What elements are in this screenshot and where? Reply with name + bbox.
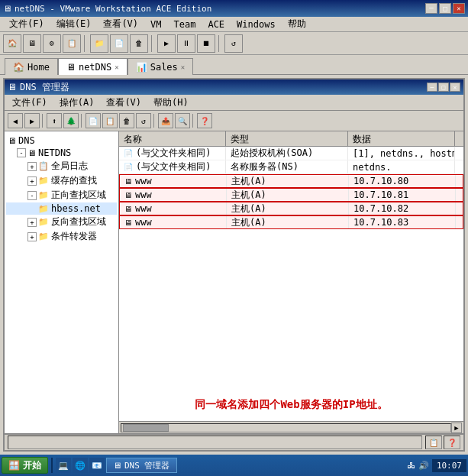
- minimize-button[interactable]: ─: [425, 3, 437, 14]
- inner-menu-view[interactable]: 查看(V): [100, 95, 147, 111]
- horizontal-scrollbar[interactable]: ▶: [119, 421, 463, 433]
- tree-reverse-zone[interactable]: + 📁 反向查找区域: [6, 215, 117, 229]
- tab-sales[interactable]: 📊 Sales ✕: [127, 58, 194, 75]
- tabs-bar: 🏠 Home 🖥 netDNS ✕ 📊 Sales ✕: [0, 55, 468, 75]
- inner-btn-delete[interactable]: 🗑: [119, 113, 134, 128]
- menu-ace[interactable]: ACE: [202, 18, 231, 31]
- cell-data-1: netdns.: [348, 160, 455, 173]
- tree-panel: 🖥 DNS - 🖥 NETDNS + 📋 全局日志 +: [5, 131, 119, 433]
- toolbar-btn-8[interactable]: ▶: [157, 34, 176, 53]
- toolbar-btn-11[interactable]: ↺: [224, 34, 243, 53]
- menu-help[interactable]: 帮助: [282, 16, 312, 32]
- toolbar-btn-1[interactable]: 🏠: [3, 34, 21, 53]
- toolbar-btn-6[interactable]: 📄: [110, 34, 128, 53]
- toolbar-btn-10[interactable]: ⏹: [197, 34, 215, 53]
- inner-status-bar: 📋 ❓: [5, 433, 463, 450]
- tree-hbess[interactable]: 📁 hbess.net: [6, 202, 117, 215]
- inner-sep-2: [81, 114, 83, 128]
- list-item[interactable]: 📄 (与父文件夹相同) 起始授权机构(SOA) [1], netdns., ho…: [119, 147, 463, 160]
- inner-btn-new[interactable]: 📄: [86, 113, 101, 128]
- menu-edit[interactable]: 编辑(E): [50, 16, 98, 32]
- tree-reversezone-expand[interactable]: +: [27, 218, 37, 227]
- inner-toolbar: ◀ ▶ ⬆ 🌲 📄 📋 🗑 ↺ 📤 🔍 ❓: [5, 110, 463, 131]
- tabs-content: 🖥 DNS 管理器 ─ □ ✕ 文件(F) 操作(A) 查看(V) 帮助(H) …: [0, 75, 468, 455]
- tree-dns-label: DNS: [18, 135, 35, 146]
- tree-conditional-icon: 📁: [38, 232, 49, 241]
- sales-icon: 📊: [136, 62, 147, 73]
- tree-global-log[interactable]: + 📋 全局日志: [6, 159, 117, 173]
- tree-forwardzone-expand[interactable]: -: [27, 191, 37, 200]
- col-header-name[interactable]: 名称: [119, 131, 226, 147]
- inner-btn-export[interactable]: 📤: [158, 113, 173, 128]
- scroll-right[interactable]: ▶: [451, 423, 462, 433]
- tab-sales-close[interactable]: ✕: [181, 63, 185, 71]
- inner-btn-up[interactable]: ⬆: [47, 113, 62, 128]
- inner-btn-properties[interactable]: 📋: [102, 113, 118, 128]
- menu-windows[interactable]: Windows: [231, 18, 282, 31]
- toolbar-btn-2[interactable]: 🖥: [23, 34, 41, 53]
- inner-btn-filter[interactable]: 🔍: [175, 113, 190, 128]
- list-item[interactable]: 📄 (与父文件夹相同) 名称服务器(NS) netdns.: [119, 160, 463, 174]
- list-item[interactable]: 🖥 www 主机(A) 10.7.10.83: [119, 215, 463, 229]
- tab-home-label: Home: [27, 62, 50, 73]
- tree-conditional-expand[interactable]: +: [27, 232, 37, 241]
- cell-name-3: 🖥 www: [120, 189, 227, 201]
- taskbar-dns-icon: 🖥: [113, 461, 121, 471]
- tree-conditional[interactable]: + 📁 条件转发器: [6, 229, 117, 244]
- tree-cache[interactable]: + 📁 缓存的查找: [6, 173, 117, 188]
- toolbar-btn-5[interactable]: 📁: [90, 34, 108, 53]
- tree-globallog-expand[interactable]: +: [27, 162, 37, 171]
- tab-netdns[interactable]: 🖥 netDNS ✕: [58, 58, 127, 75]
- inner-close[interactable]: ✕: [450, 83, 460, 92]
- status-icon-1: 📋: [425, 436, 442, 449]
- inner-title-bar: 🖥 DNS 管理器 ─ □ ✕: [5, 79, 463, 95]
- inner-menu-file[interactable]: 文件(F): [6, 95, 53, 111]
- tab-netdns-close[interactable]: ✕: [115, 63, 118, 71]
- inner-maximize[interactable]: □: [438, 83, 449, 92]
- tree-dns-root[interactable]: 🖥 DNS: [6, 134, 117, 147]
- tree-cache-expand[interactable]: +: [27, 176, 37, 186]
- taskbar-sep: [51, 458, 53, 473]
- inner-menu-help[interactable]: 帮助(H): [147, 95, 195, 111]
- menu-file[interactable]: 文件(F): [3, 16, 50, 32]
- quicklaunch-3[interactable]: 📧: [89, 458, 105, 473]
- quicklaunch-1[interactable]: 💻: [56, 458, 71, 473]
- inner-btn-help[interactable]: ❓: [197, 113, 212, 128]
- toolbar-btn-3[interactable]: ⚙: [43, 34, 61, 53]
- row1-icon: 📄: [124, 163, 133, 171]
- toolbar-btn-4[interactable]: 📋: [63, 34, 81, 53]
- tree-netdns[interactable]: - 🖥 NETDNS: [6, 147, 117, 159]
- tree-netdns-expand[interactable]: -: [17, 148, 26, 157]
- inner-btn-show-tree[interactable]: 🌲: [63, 113, 79, 128]
- list-item[interactable]: 🖥 www 主机(A) 10.7.10.80: [119, 174, 463, 188]
- list-item[interactable]: 🖥 www 主机(A) 10.7.10.82: [119, 202, 463, 215]
- list-item[interactable]: 🖥 www 主机(A) 10.7.10.81: [119, 188, 463, 202]
- taskbar-right: 🖧 🔊 10:07: [407, 459, 466, 472]
- tree-forward-zone[interactable]: - 📁 正向查找区域: [6, 188, 117, 202]
- inner-status-icons: 📋 ❓: [425, 436, 460, 449]
- toolbar-btn-7[interactable]: 🗑: [130, 34, 148, 53]
- toolbar-btn-9[interactable]: ⏸: [177, 34, 195, 53]
- inner-btn-refresh[interactable]: ↺: [136, 113, 151, 128]
- menu-view[interactable]: 查看(V): [97, 16, 144, 32]
- cell-name-2: 🖥 www: [120, 175, 227, 187]
- taskbar-dns-item[interactable]: 🖥 DNS 管理器: [106, 458, 177, 473]
- inner-btn-back[interactable]: ◀: [8, 113, 23, 128]
- cell-type-1: 名称服务器(NS): [226, 160, 348, 173]
- inner-minimize[interactable]: ─: [427, 83, 437, 92]
- close-button[interactable]: ✕: [453, 3, 465, 14]
- col-header-type[interactable]: 类型: [226, 131, 348, 147]
- toolbar-sep-3: [218, 35, 221, 52]
- start-button[interactable]: 🪟 开始: [2, 457, 48, 474]
- menu-team[interactable]: Team: [168, 18, 202, 31]
- col-header-data[interactable]: 数据: [348, 131, 455, 147]
- tab-home[interactable]: 🏠 Home: [5, 58, 58, 75]
- maximize-button[interactable]: □: [439, 3, 451, 14]
- inner-menu-action[interactable]: 操作(A): [53, 95, 101, 111]
- cell-data-0: [1], netdns., hostma: [348, 147, 455, 160]
- row3-icon: 🖥: [124, 191, 132, 199]
- inner-status-text: [8, 436, 422, 449]
- quicklaunch-2[interactable]: 🌐: [73, 458, 88, 473]
- menu-vm[interactable]: VM: [144, 18, 167, 31]
- inner-btn-forward[interactable]: ▶: [24, 113, 40, 128]
